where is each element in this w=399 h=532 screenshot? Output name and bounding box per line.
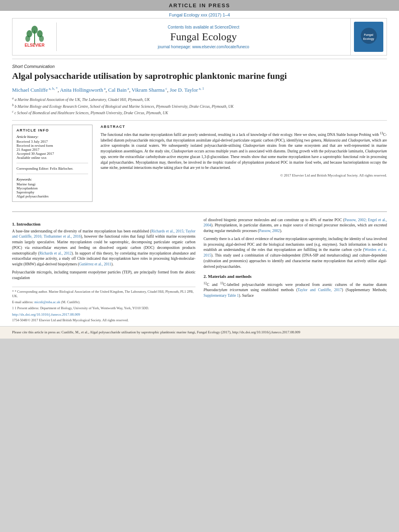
footnote-email-label: E-mail address: [12,300,33,304]
citation-text: Please cite this article in press as: Cu… [12,330,300,334]
ref-passow-2002[interactable]: Passow, 2002; Engel et al., 2004 [204,218,387,228]
revised-label: Received in revised form [16,144,88,148]
editor-section: Corresponding Editor: Felix Bärlocher. [16,166,88,170]
article-info-box: ARTICLE INFO Article history: Received 3… [12,125,93,202]
svg-point-2 [31,26,38,34]
history-label: Article history: [16,135,88,139]
journal-center-info: Contents lists available at ScienceDirec… [57,22,350,52]
main-content: Short Communication Algal polysaccharide… [0,59,399,322]
footnote-email: E-mail address: micnli@mba.ac.uk (M. Cun… [12,300,195,305]
body-col-right: of dissolved biogenic precursor molecule… [204,218,387,322]
page: ARTICLE IN PRESS Fungal Ecology xxx (201… [0,0,399,339]
ref-passow-2[interactable]: Passow, 2002 [259,229,280,233]
fungal-ecology-badge-area: Fungal Ecology [350,18,387,55]
issn-text: 1754-5048/© 2017 Elsevier Ltd and Britis… [12,318,129,322]
keyword-4: Algal polysaccharides [16,194,88,198]
issn-line: 1754-5048/© 2017 Elsevier Ltd and Britis… [12,318,195,322]
affil-b: b b Marine Biology and Ecology Research … [12,103,387,109]
received-date: Received 3 July 2017 [16,140,88,144]
author-joe: Joe D. Taylor [170,87,198,93]
citation-bar: Please cite this article in press as: Cu… [0,326,399,339]
sciencedirect-text[interactable]: Contents lists available at ScienceDirec… [61,25,346,29]
info-divider-1 [16,163,88,163]
article-in-press-banner: ARTICLE IN PRESS [0,0,399,11]
accepted-date: Accepted 30 August 2017 [16,152,88,156]
main-divider [12,212,387,212]
author-michael-affil: a, b, * [48,86,58,90]
svg-point-5 [25,35,30,42]
authors-line: Michael Cunliffe a, b, *, Anita Hollings… [12,86,387,94]
editor-text: Corresponding Editor: Felix Bärlocher. [16,166,88,170]
introduction-heading: 1. Introduction [12,222,195,226]
footnote-present: 1 1 Present address: Department of Biolo… [12,306,195,311]
elsevier-logo-icon: ELSEVIER [16,26,53,48]
keyword-2: Mycoplankton [16,186,88,190]
title-content-divider [12,120,387,121]
copyright-text: © 2017 Elsevier Ltd and British Mycologi… [101,173,387,177]
footnotes: * * Corresponding author. Marine Biologi… [12,287,195,311]
journal-name: Fungal Ecology [61,31,346,43]
keyword-1: Marine fungi [16,182,88,186]
article-info-heading: ARTICLE INFO [16,128,88,132]
abstract-heading: ABSTRACT [101,125,387,129]
info-abstract-section: ARTICLE INFO Article history: Received 3… [12,125,387,206]
table-label: Table [228,294,236,298]
journal-reference: Fungal Ecology xxx (2017) 1–4 [0,11,399,18]
keywords-section: Keywords: Marine fungi Mycoplankton Sapr… [16,177,88,198]
elsevier-logo-area: ELSEVIER [12,23,57,51]
svg-text:ELSEVIER: ELSEVIER [25,43,45,47]
info-divider-2 [16,174,88,174]
contents-label: Contents lists available at ScienceDirec… [168,25,239,29]
abstract-text: The functional roles that marine mycopla… [101,131,387,171]
ref-taylor-cunliffe-2017[interactable]: Taylor and Cunliffe, 2017 [298,288,342,292]
footnote-email-address[interactable]: micnli@mba.ac.uk [34,300,61,304]
history-section: Article history: Received 3 July 2017 Re… [16,135,88,160]
footnote-email-name: (M. Cunliffe). [61,300,80,304]
intro-col2-para2: Currently there is a lack of direct evid… [204,236,387,270]
author-cal: Cal Bain [108,87,127,93]
affiliations: a a Marine Biological Association of the… [12,96,387,116]
fungal-ecology-badge-icon: Fungal Ecology [354,22,383,52]
doi-line[interactable]: http://dx.doi.org/10.1016/j.funeco.2017.… [12,312,195,316]
homepage-url: www.elsevier.com/locate/funeco [192,45,249,49]
author-anita: Anita Hollingsworth [60,87,103,93]
doi-text: http://dx.doi.org/10.1016/j.funeco.2017.… [12,312,80,316]
footnote-corresponding: * * Corresponding author. Marine Biologi… [12,290,195,299]
abstract-column: ABSTRACT The functional roles that marin… [101,125,387,206]
available-online: Available online xxx [16,156,88,160]
journal-homepage[interactable]: journal homepage: www.elsevier.com/locat… [61,45,346,49]
keyword-3: Saprotrophy [16,190,88,194]
article-title: Algal polysaccharide utilisation by sapr… [12,70,387,82]
affil-a: a a Marine Biological Association of the… [12,96,387,103]
footnote-present-text: 1 Present address: Department of Biology… [14,306,149,310]
intro-para2: Polysaccharide microgels, including tran… [12,270,195,281]
intro-para1: A base-line understanding of the diversi… [12,229,195,267]
journal-ref-text: Fungal Ecology xxx (2017) 1–4 [169,12,230,17]
author-michael: Michael Cunliffe [12,87,48,93]
body-col-left: 1. Introduction A base-line understandin… [12,218,195,322]
homepage-label: journal homepage: [158,45,191,49]
ref-richards-2012[interactable]: Richards et al., 2012 [39,251,72,255]
abstract-box: ABSTRACT The functional roles that marin… [101,125,387,178]
footnote-corresponding-text: * Corresponding author. Marine Biologica… [12,290,193,298]
materials-heading: 2. Materials and methods [204,274,387,279]
keywords-label: Keywords: [16,177,88,181]
author-vikram: Vikram Sharma [132,87,165,93]
article-type: Short Communication [12,64,387,69]
header-divider [12,59,387,59]
materials-para1: 12C and 13C-labelled polysaccharide micr… [204,281,387,299]
ref-worden[interactable]: Worden et al., 2015 [204,248,387,257]
revised-date: 21 August 2017 [16,148,88,152]
affil-c: c c School of Biomedical and Healthcare … [12,109,387,116]
banner-text: ARTICLE IN PRESS [169,2,230,8]
ref-richards-2015[interactable]: Richards et al., 2015; Taylor and Cunlif… [12,229,195,239]
article-info-column: ARTICLE INFO Article history: Received 3… [12,125,93,206]
intro-col2-para1: of dissolved biogenic precursor molecule… [204,218,387,234]
ref-gutierrez[interactable]: Gutiérrez et al., 2011 [79,262,111,266]
badge-label: Fungal Ecology [363,33,374,40]
svg-point-6 [39,35,44,42]
ref-supplementary-table[interactable]: Supplementary Table 1 [204,294,239,298]
journal-header-box: ELSEVIER Contents lists available at Sci… [12,18,387,55]
body-content: 1. Introduction A base-line understandin… [12,218,387,322]
